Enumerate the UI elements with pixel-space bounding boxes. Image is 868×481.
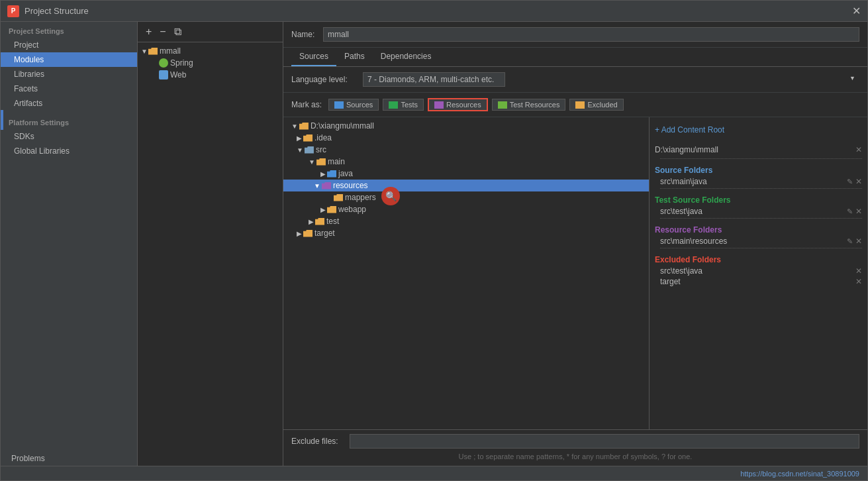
right-panel: + Add Content Root D:\xiangmu\mmall ✕ So… <box>649 117 867 429</box>
file-tree-test[interactable]: ▶ test <box>283 215 649 227</box>
language-level-row: Language level: 7 - Diamonds, ARM, multi… <box>283 67 867 93</box>
target-folder-icon <box>303 230 313 237</box>
java-folder-icon <box>327 170 336 178</box>
tree-label-mmall: mmall <box>160 46 181 56</box>
remove-test-source-folder-0[interactable]: ✕ <box>855 207 862 216</box>
exclude-files-hint: Use ; to separate name patterns, * for a… <box>291 451 859 462</box>
excluded-folder-path-1: target <box>660 277 681 286</box>
close-button[interactable]: ✕ <box>852 5 861 17</box>
name-input[interactable] <box>323 27 859 42</box>
tab-paths[interactable]: Paths <box>336 48 373 66</box>
tree-toolbar: + − ⧉ <box>138 22 283 42</box>
remove-module-button[interactable]: − <box>157 25 168 39</box>
status-bar: https://blog.csdn.net/sinat_30891009 <box>1 466 867 480</box>
excluded-folders-title: Excluded Folders <box>655 251 862 266</box>
mark-resources-button[interactable]: Resources <box>428 98 488 111</box>
webapp-label: webapp <box>338 205 366 214</box>
file-tree-src[interactable]: ▼ src <box>283 144 649 156</box>
mark-excluded-button[interactable]: Excluded <box>569 99 623 111</box>
idea-arrow: ▶ <box>297 134 302 142</box>
source-folders-title: Source Folders <box>655 162 862 176</box>
sources-folder-icon <box>334 101 344 109</box>
mark-test-resources-button[interactable]: Test Resources <box>492 99 566 111</box>
split-content: ▼ D:\xiangmu\mmall ▶ .idea ▼ src <box>283 117 867 429</box>
source-folder-path-0: src\main\java <box>660 177 707 186</box>
sidebar-item-sdks[interactable]: SDKs <box>1 129 137 144</box>
resources-label: resources <box>333 181 368 190</box>
remove-excluded-folder-1[interactable]: ✕ <box>855 277 862 286</box>
root-path-value: D:\xiangmu\mmall <box>655 145 718 154</box>
remove-resource-folder-0[interactable]: ✕ <box>855 237 862 246</box>
root-path-row: D:\xiangmu\mmall ✕ <box>655 142 862 157</box>
mappers-label: mappers <box>345 193 376 202</box>
exclude-files-label: Exclude files: <box>291 437 344 446</box>
remove-root-button[interactable]: ✕ <box>855 145 862 154</box>
idea-folder-icon <box>303 134 313 142</box>
src-folder-icon <box>305 146 314 154</box>
file-tree-target[interactable]: ▶ target <box>283 227 649 239</box>
copy-module-button[interactable]: ⧉ <box>171 25 184 39</box>
resources-arrow: ▼ <box>314 182 320 189</box>
webapp-folder-icon <box>327 206 336 213</box>
edit-resource-folder-0[interactable]: ✎ <box>847 237 853 246</box>
window: P Project Structure ✕ Project Settings P… <box>0 0 868 481</box>
project-settings-title: Project Settings <box>1 22 137 38</box>
test-source-folder-path-0: src\test\java <box>660 207 702 216</box>
platform-settings-title: Platform Settings <box>1 111 137 129</box>
file-tree-mappers[interactable]: mappers <box>283 191 649 203</box>
webapp-arrow: ▶ <box>320 206 326 213</box>
sidebar-item-modules[interactable]: Modules <box>1 52 137 67</box>
edit-test-source-folder-0[interactable]: ✎ <box>847 207 853 216</box>
sidebar-item-project[interactable]: Project <box>1 38 137 52</box>
content-area: Project Settings Project Modules Librari… <box>1 22 867 466</box>
main-label: main <box>328 157 345 166</box>
name-label: Name: <box>291 30 318 39</box>
tab-sources[interactable]: Sources <box>291 48 336 66</box>
tree-label-spring: Spring <box>170 58 193 68</box>
tree-node-spring[interactable]: Spring <box>138 57 283 69</box>
language-level-select-wrapper: 7 - Diamonds, ARM, multi-catch etc. 8 - … <box>363 72 859 87</box>
mark-as-label: Mark as: <box>291 100 322 109</box>
edit-source-folder-0[interactable]: ✎ <box>847 178 853 186</box>
src-arrow: ▼ <box>297 146 303 154</box>
sidebar-item-global-libraries[interactable]: Global Libraries <box>1 144 137 158</box>
spring-icon <box>159 58 168 68</box>
source-folder-entry-0: src\main\java ✎ ✕ <box>655 176 862 187</box>
root-arrow: ▼ <box>291 123 298 130</box>
window-title: Project Structure <box>24 6 852 16</box>
tests-folder-icon <box>389 101 398 109</box>
test-source-folder-entry-0: src\test\java ✎ ✕ <box>655 206 862 217</box>
mark-sources-button[interactable]: Sources <box>328 99 379 111</box>
file-tree-root[interactable]: ▼ D:\xiangmu\mmall <box>283 120 649 132</box>
sidebar-item-libraries[interactable]: Libraries <box>1 67 137 81</box>
main-content: Name: Sources Paths Dependencies Languag… <box>283 22 867 466</box>
add-module-button[interactable]: + <box>143 25 154 39</box>
status-url: https://blog.csdn.net/sinat_30891009 <box>740 470 859 478</box>
mappers-folder-icon <box>334 194 343 201</box>
tree-label-web: Web <box>170 70 186 80</box>
module-tree-panel: + − ⧉ ▼ mmall Spring <box>138 22 283 466</box>
remove-excluded-folder-0[interactable]: ✕ <box>855 266 862 276</box>
file-tree-idea[interactable]: ▶ .idea <box>283 132 649 144</box>
sidebar-item-facets[interactable]: Facets <box>1 81 137 96</box>
tab-dependencies[interactable]: Dependencies <box>373 48 440 66</box>
resource-folders-title: Resource Folders <box>655 221 862 236</box>
language-level-select[interactable]: 7 - Diamonds, ARM, multi-catch etc. 8 - … <box>363 72 505 87</box>
mark-tests-button[interactable]: Tests <box>383 99 424 111</box>
root-folder-icon <box>299 123 309 130</box>
sidebar-item-problems[interactable]: Problems <box>1 449 137 466</box>
remove-source-folder-0[interactable]: ✕ <box>855 177 862 186</box>
search-button[interactable]: 🔍 <box>381 187 400 205</box>
file-tree-webapp[interactable]: ▶ webapp <box>283 203 649 215</box>
add-content-root-button[interactable]: + Add Content Root <box>655 123 862 137</box>
test-arrow: ▶ <box>309 218 314 225</box>
java-arrow: ▶ <box>320 170 326 178</box>
sidebar-item-artifacts[interactable]: Artifacts <box>1 96 137 111</box>
file-tree-resources[interactable]: ▼ resources <box>283 180 649 191</box>
file-tree-main[interactable]: ▼ main <box>283 156 649 168</box>
tree-node-mmall[interactable]: ▼ mmall <box>138 45 283 57</box>
tree-node-web[interactable]: Web <box>138 69 283 81</box>
file-tree-java[interactable]: ▶ java <box>283 168 649 180</box>
title-bar: P Project Structure ✕ <box>1 1 867 22</box>
exclude-files-input[interactable] <box>350 434 859 449</box>
